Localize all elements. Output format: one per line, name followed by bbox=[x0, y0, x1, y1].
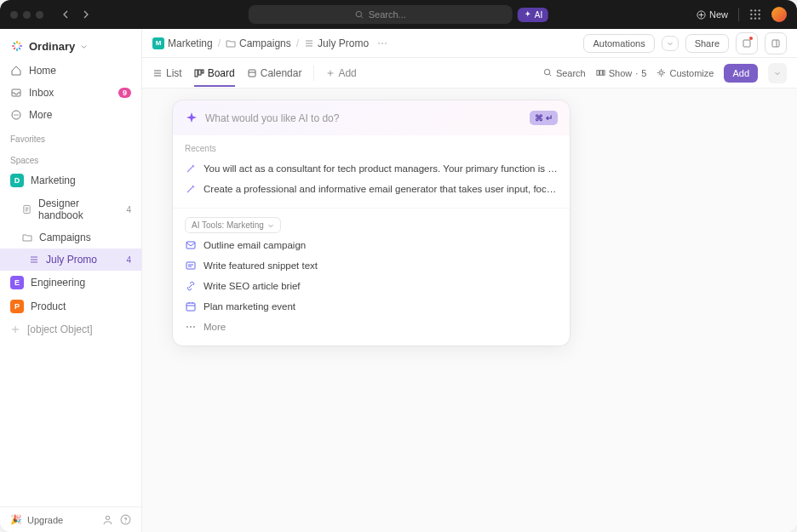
ai-shortcut: ⌘ ↵ bbox=[530, 111, 558, 125]
discover-spaces[interactable]: [object Object] bbox=[0, 318, 141, 340]
space-engineering[interactable]: E Engineering bbox=[0, 271, 141, 295]
apps-icon[interactable] bbox=[749, 9, 761, 20]
person-icon[interactable] bbox=[102, 514, 113, 525]
svg-rect-32 bbox=[186, 262, 195, 269]
spaces-section[interactable]: Spaces bbox=[0, 147, 141, 169]
tb-search[interactable]: Search bbox=[543, 68, 586, 78]
svg-rect-25 bbox=[249, 70, 255, 77]
help-icon[interactable] bbox=[120, 514, 131, 525]
content-area: What would you like AI to do? ⌘ ↵ Recent… bbox=[142, 89, 797, 532]
nav-home[interactable]: Home bbox=[0, 60, 141, 82]
add-dropdown[interactable] bbox=[768, 63, 787, 83]
view-toolbar: List Board Calendar Add bbox=[142, 58, 797, 89]
chevron-down-icon bbox=[80, 43, 88, 50]
nav-forward[interactable] bbox=[77, 7, 93, 22]
home-icon bbox=[10, 65, 22, 77]
wand-icon bbox=[185, 163, 197, 174]
ai-tools-filter[interactable]: AI Tools: Marketing bbox=[185, 217, 281, 233]
svg-point-0 bbox=[356, 11, 361, 16]
view-board[interactable]: Board bbox=[194, 60, 235, 87]
crumb-marketing[interactable]: M Marketing bbox=[152, 37, 213, 49]
space-designer-handbook[interactable]: Designer handbook 4 bbox=[0, 192, 141, 226]
space-icon-p: P bbox=[10, 300, 24, 313]
tool-plan-event[interactable]: Plan marketing event bbox=[185, 296, 558, 317]
nav-back[interactable] bbox=[59, 7, 74, 22]
svg-point-10 bbox=[759, 18, 760, 20]
upgrade-link[interactable]: Upgrade bbox=[27, 515, 63, 525]
inbox-badge: 9 bbox=[118, 88, 131, 98]
svg-rect-28 bbox=[599, 71, 602, 76]
panel-button[interactable] bbox=[765, 32, 787, 54]
window-controls[interactable] bbox=[10, 11, 43, 19]
automations-button[interactable]: Automations bbox=[583, 34, 654, 53]
automations-dropdown[interactable] bbox=[662, 36, 679, 51]
share-button[interactable]: Share bbox=[685, 34, 729, 53]
snippet-icon bbox=[185, 260, 197, 272]
tool-outline-email[interactable]: Outline email campaign bbox=[185, 235, 558, 255]
svg-point-35 bbox=[190, 326, 192, 328]
recent-item-1[interactable]: Create a professional and informative em… bbox=[185, 179, 558, 199]
sidebar-footer: 🎉 Upgrade bbox=[0, 506, 141, 532]
favorites-section[interactable]: Favorites bbox=[0, 126, 141, 147]
avatar[interactable] bbox=[771, 7, 787, 22]
svg-point-36 bbox=[193, 326, 195, 328]
svg-point-19 bbox=[125, 522, 126, 523]
ai-popup: What would you like AI to do? ⌘ ↵ Recent… bbox=[173, 100, 570, 346]
svg-rect-23 bbox=[198, 70, 201, 75]
global-search[interactable]: Search... AI bbox=[249, 5, 548, 24]
crumb-more-icon[interactable]: ⋯ bbox=[377, 37, 387, 49]
tool-featured-snippet[interactable]: Write featured snippet text bbox=[185, 255, 558, 276]
add-view[interactable]: Add bbox=[326, 67, 356, 79]
link-icon bbox=[185, 280, 197, 292]
plus-icon bbox=[326, 69, 335, 77]
search-icon bbox=[543, 68, 553, 77]
tool-seo-brief[interactable]: Write SEO article brief bbox=[185, 276, 558, 296]
more-circle-icon bbox=[10, 109, 22, 121]
svg-point-4 bbox=[759, 9, 760, 11]
space-marketing[interactable]: D Marketing bbox=[0, 169, 141, 192]
list-icon bbox=[152, 68, 163, 78]
svg-point-3 bbox=[754, 9, 756, 11]
sidebar: Ordinary Home Inbox 9 More Favorites Spa… bbox=[0, 29, 142, 532]
new-button[interactable]: New bbox=[697, 9, 728, 20]
crumb-campaigns[interactable]: Campaigns bbox=[226, 37, 291, 49]
space-july-promo[interactable]: July Promo 4 bbox=[0, 249, 141, 271]
tool-more[interactable]: More bbox=[185, 317, 558, 337]
view-calendar[interactable]: Calendar bbox=[247, 60, 302, 86]
recents-label: Recents bbox=[185, 139, 558, 158]
titlebar: Search... AI New bbox=[0, 0, 797, 29]
recent-item-0[interactable]: You will act as a consultant for tech pr… bbox=[185, 158, 558, 179]
wand-icon bbox=[185, 183, 197, 195]
svg-point-34 bbox=[186, 326, 188, 328]
view-list[interactable]: List bbox=[152, 60, 182, 86]
list-icon bbox=[304, 38, 314, 49]
tb-customize[interactable]: Customize bbox=[657, 68, 714, 78]
svg-point-8 bbox=[750, 18, 752, 20]
nav-more[interactable]: More bbox=[0, 104, 141, 126]
svg-point-9 bbox=[754, 18, 756, 20]
search-icon bbox=[355, 10, 364, 20]
svg-point-30 bbox=[660, 72, 663, 75]
svg-point-14 bbox=[15, 114, 16, 115]
svg-rect-22 bbox=[195, 70, 198, 77]
sparkle-icon bbox=[524, 10, 532, 19]
ai-input-row[interactable]: What would you like AI to do? ⌘ ↵ bbox=[173, 100, 570, 135]
ai-button[interactable]: AI bbox=[518, 8, 548, 22]
space-campaigns[interactable]: Campaigns bbox=[0, 226, 141, 249]
workspace-switcher[interactable]: Ordinary bbox=[0, 36, 141, 60]
space-product[interactable]: P Product bbox=[0, 295, 141, 318]
space-icon-m: D bbox=[10, 174, 24, 187]
plus-icon bbox=[10, 324, 20, 335]
logo-icon bbox=[10, 39, 24, 53]
svg-point-2 bbox=[750, 9, 752, 11]
crumb-july-promo[interactable]: July Promo bbox=[304, 37, 369, 49]
breadcrumb-row: M Marketing / Campaigns / July Promo ⋯ A… bbox=[142, 29, 797, 58]
nav-inbox[interactable]: Inbox 9 bbox=[0, 82, 141, 104]
notifications-button[interactable] bbox=[736, 32, 758, 54]
gear-icon bbox=[657, 68, 666, 77]
search-placeholder: Search... bbox=[369, 9, 406, 20]
svg-rect-31 bbox=[186, 242, 195, 249]
plus-circle-icon bbox=[697, 10, 706, 20]
tb-show[interactable]: Show · 5 bbox=[596, 68, 647, 78]
add-button[interactable]: Add bbox=[724, 64, 758, 83]
